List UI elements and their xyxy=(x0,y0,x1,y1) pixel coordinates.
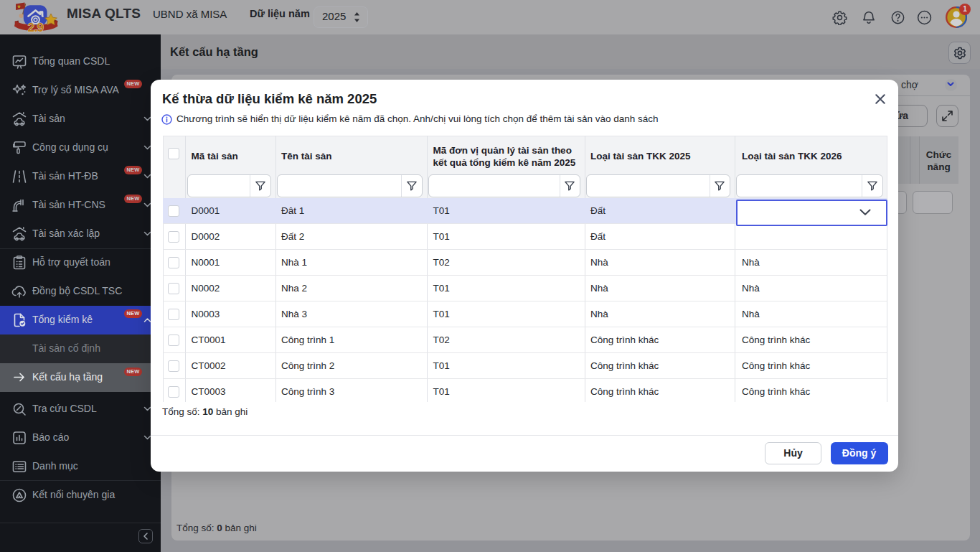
svg-text:2.9: 2.9 xyxy=(27,21,43,33)
